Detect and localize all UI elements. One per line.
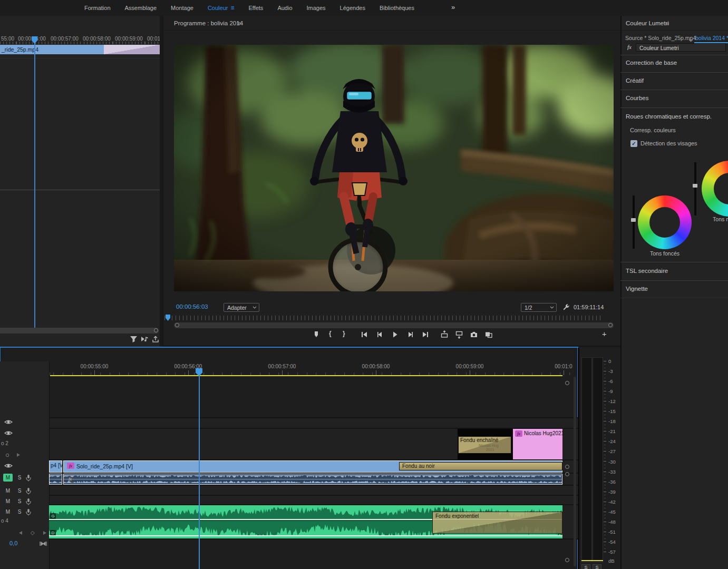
volume-rubber-band[interactable] (49, 535, 562, 536)
tab-audio[interactable]: Audio (277, 5, 292, 11)
scroll-handle[interactable] (565, 472, 569, 476)
program-timecode[interactable]: 00:00:56:03 (176, 303, 208, 310)
shadows-luma-handle[interactable] (631, 218, 636, 222)
program-zoom-handle-right[interactable] (608, 323, 613, 327)
transport-step-forward-button[interactable] (406, 330, 415, 340)
tab-effets[interactable]: Effets (248, 5, 263, 11)
voiceover-mic-icon[interactable] (25, 487, 32, 496)
midtones-luma-handle[interactable] (693, 184, 697, 188)
transport-go-to-out-button[interactable] (421, 330, 430, 340)
mute-button[interactable]: M (3, 474, 13, 482)
tab-bibliothèques[interactable]: Bibliothèques (380, 5, 414, 11)
source-zoom-scrollbar[interactable] (0, 328, 159, 333)
filter-icon[interactable] (130, 335, 138, 344)
timeline-playhead-line[interactable] (199, 375, 200, 569)
transport-comparison-view-button[interactable] (484, 330, 493, 340)
a1-clip[interactable]: fx (63, 474, 562, 485)
lumetri-section-curves[interactable]: Courbes (626, 95, 648, 101)
fit-sequence-icon[interactable] (39, 540, 47, 548)
track-a2-lane[interactable] (49, 486, 578, 495)
tab-formation[interactable]: Formation (84, 5, 111, 11)
source-zoom-handle[interactable] (154, 328, 158, 332)
add-keyframe-button[interactable] (31, 530, 35, 536)
add-keyframe-button[interactable] (5, 452, 9, 458)
shadows-color-wheel[interactable] (638, 195, 692, 249)
transport-export-frame-button[interactable] (470, 330, 478, 340)
lumetri-sequence-link[interactable]: bolivia 2014 * S (695, 35, 728, 41)
program-scrub-ticks[interactable] (164, 316, 603, 320)
title-clip[interactable]: fx Nicolas Hug2021 (513, 429, 562, 459)
fit-mode-dropdown[interactable]: Adapter (224, 303, 259, 312)
lumetri-panel-title[interactable]: Couleur Lumetri (626, 20, 669, 26)
transport-play-button[interactable] (391, 330, 399, 340)
scroll-handle[interactable] (565, 558, 569, 562)
track-toggle-eye-icon[interactable] (4, 419, 13, 426)
lumetri-color-match[interactable]: Corresp. couleurs (630, 127, 676, 133)
transport-lift-button[interactable] (440, 330, 449, 340)
export-icon[interactable] (151, 335, 160, 344)
midtones-color-wheel[interactable] (702, 161, 728, 217)
solo-button[interactable]: S (15, 487, 24, 495)
transport-step-back-button[interactable] (375, 330, 384, 340)
solo-button[interactable]: S (15, 497, 24, 505)
midtones-luma-slider[interactable] (694, 162, 696, 215)
playback-resolution-dropdown[interactable]: 1/2 (521, 303, 557, 312)
prev-keyframe-button[interactable] (18, 530, 23, 536)
source-clip-bar[interactable]: _ride_25p.mp4 (0, 45, 104, 54)
panel-menu-icon[interactable]: ≡ (230, 4, 234, 12)
program-zoom-handle-left[interactable] (175, 323, 179, 327)
mute-button[interactable]: M (3, 508, 13, 516)
program-panel-title[interactable]: Programme : bolivia 2014 (174, 20, 243, 26)
transport-mark-out-button[interactable]: } (343, 330, 345, 337)
track-toggle-eye-icon[interactable] (4, 430, 13, 437)
lumetri-section-vignette[interactable]: Vignette (626, 286, 648, 292)
program-zoom-scrollbar[interactable] (174, 322, 614, 328)
tab-montage[interactable]: Montage (171, 5, 193, 11)
lumetri-section-creative[interactable]: Créatif (626, 77, 644, 84)
lumetri-section-basic[interactable]: Correction de base (626, 60, 677, 66)
tab-couleur[interactable]: Couleur≡ (208, 4, 235, 12)
next-keyframe-button[interactable] (43, 530, 47, 536)
lumetri-panel-menu-icon[interactable]: ≡ (665, 19, 669, 27)
keyframe-value[interactable]: 0,0 (9, 540, 17, 546)
meter-solo-right[interactable]: S (593, 564, 601, 569)
crossfade-transition[interactable]: Fondu enchaîné Nicolas Hug 2021 (458, 436, 511, 454)
a1-prev-clip-tail[interactable] (49, 474, 62, 485)
mute-button[interactable]: M (3, 487, 13, 495)
settings-wrench-icon[interactable] (562, 303, 570, 312)
chevron-down-icon[interactable] (688, 37, 693, 43)
lumetri-section-hsl[interactable]: TSL secondaire (626, 268, 668, 274)
add-button[interactable]: + (602, 329, 607, 338)
tab-légendes[interactable]: Légendes (340, 5, 365, 11)
track-v3-lane[interactable] (49, 418, 578, 428)
voiceover-mic-icon[interactable] (25, 508, 32, 517)
transport-marker-button[interactable] (312, 330, 321, 340)
mute-button[interactable]: M (3, 497, 13, 505)
v1-prev-clip-tail[interactable]: p4 [V] (49, 460, 62, 473)
next-keyframe-button[interactable] (16, 452, 21, 458)
tab-assemblage[interactable]: Assemblage (125, 5, 157, 11)
play-audio-icon[interactable] (140, 335, 149, 344)
tabbar-overflow-button[interactable]: » (451, 3, 455, 11)
dip-to-black-transition[interactable]: Fondu au noir (399, 462, 562, 470)
transport-extract-button[interactable] (455, 330, 463, 340)
meter-solo-left[interactable]: S (581, 564, 590, 569)
source-playhead-line[interactable] (34, 38, 35, 328)
transport-mark-in-button[interactable]: { (329, 330, 332, 337)
solo-button[interactable]: S (15, 474, 24, 482)
lumetri-source-clip[interactable]: Source * Solo_ride_25p.mp4 (625, 35, 696, 41)
source-transition-wedge[interactable] (104, 45, 160, 54)
program-panel-menu-icon[interactable]: ≡ (237, 19, 241, 27)
audio-fade-transition[interactable]: Fondu exponentiel (432, 512, 562, 534)
transport-go-to-in-button[interactable] (360, 330, 368, 340)
shadows-luma-slider[interactable] (633, 195, 635, 249)
solo-button[interactable]: S (15, 508, 24, 516)
scroll-handle[interactable] (565, 465, 569, 469)
scroll-handle[interactable] (565, 381, 569, 385)
voiceover-mic-icon[interactable] (25, 474, 32, 483)
face-detection-checkbox[interactable]: ✓ (630, 140, 637, 147)
track-toggle-eye-icon[interactable] (4, 463, 13, 470)
timeline-vertical-scrollbar[interactable] (574, 377, 576, 566)
track-a3-lane[interactable] (49, 496, 578, 504)
lumetri-section-wheels[interactable]: Roues chromatiques et corresp. (626, 113, 712, 120)
